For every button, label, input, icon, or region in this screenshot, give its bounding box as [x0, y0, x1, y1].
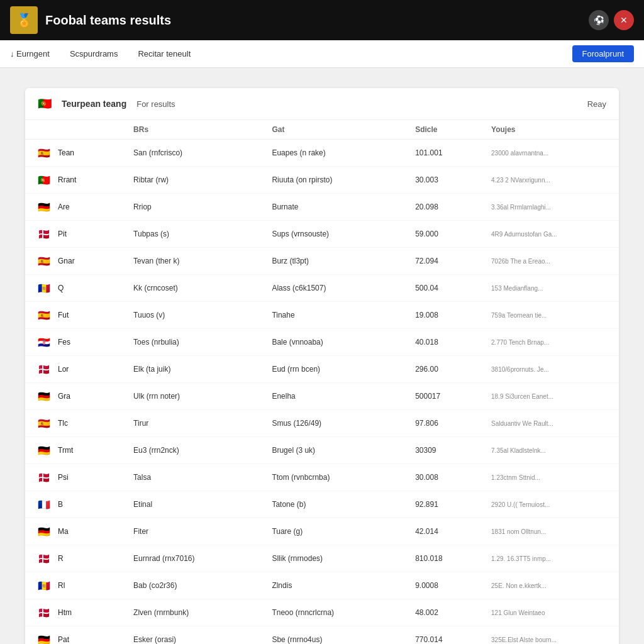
col5-cell: 3.36al Rrmlarnlaghi...: [481, 194, 619, 221]
col3-cell: Euapes (n rake): [262, 140, 405, 167]
col3-cell: Sups (vrnsouste): [262, 221, 405, 248]
main-content: 🇵🇹 Teurpean teang For results Reay BRs G…: [0, 68, 644, 644]
table-row: 🇵🇹 Rrant Ribtar (rw) Riuuta (on rpirsto)…: [25, 167, 619, 194]
team-name: Rrant: [58, 175, 76, 184]
table-row: 🇭🇷 Fes Toes (nrbulia) Bale (vnnoaba) 40.…: [25, 329, 619, 356]
team-flag-icon: 🇪🇸: [35, 306, 53, 324]
team-cell: 🇩🇰 Pit: [25, 221, 123, 248]
results-table: BRs Gat Sdicle Youjes 🇪🇸 Tean San (rnfcr…: [25, 120, 619, 644]
col4-cell: 92.891: [405, 491, 481, 518]
col-gat: Gat: [262, 120, 405, 140]
col4-cell: 20.098: [405, 194, 481, 221]
col4-cell: 42.014: [405, 518, 481, 545]
col2-cell: Tevan (ther k): [123, 248, 262, 275]
col5-cell: Salduantiv We Rault...: [481, 410, 619, 437]
col-team: [25, 120, 123, 140]
team-name: Psi: [58, 473, 69, 482]
col4-cell: 770.014: [405, 626, 481, 645]
col5-cell: 25E. Non e.kkertk...: [481, 572, 619, 599]
main-action-button[interactable]: Foroalprunt: [572, 45, 634, 62]
col4-cell: 72.094: [405, 248, 481, 275]
team-flag-icon: 🇪🇸: [35, 144, 53, 162]
team-name: Htm: [58, 608, 72, 617]
col3-cell: Sllik (rnrnodes): [262, 545, 405, 572]
navbar-left: ↓ Eurngent Scspurdrams Recitar teneult: [10, 47, 191, 61]
col5-cell: 2.770 Tench Brnap...: [481, 329, 619, 356]
col2-cell: Elk (ta juik): [123, 356, 262, 383]
team-cell: 🇭🇷 Fes: [25, 329, 123, 356]
table-row: 🇪🇸 Tlc Tirur Smus (126/49) 97.806 Saldua…: [25, 410, 619, 437]
team-cell: 🇩🇪 Pat: [25, 626, 123, 645]
team-cell: 🇩🇪 Gra: [25, 383, 123, 410]
table-row: 🇦🇩 Rl Bab (co2r36) Zlndis 9.0008 25E. No…: [25, 572, 619, 599]
col4-cell: 40.018: [405, 329, 481, 356]
team-cell: 🇩🇪 Ma: [25, 518, 123, 545]
col-sdicle: Sdicle: [405, 120, 481, 140]
team-flag-icon: 🇩🇰: [35, 604, 53, 621]
table-row: 🇩🇪 Are Rriop Burnate 20.098 3.36al Rrmla…: [25, 194, 619, 221]
table-row: 🇩🇪 Pat Esker (orasi) Sbe (rnrno4us) 770.…: [25, 626, 619, 645]
col4-cell: 500.04: [405, 275, 481, 302]
col2-cell: Toes (nrbulia): [123, 329, 262, 356]
card-header: 🇵🇹 Teurpean teang For results Reay: [25, 88, 619, 120]
team-flag-icon: 🇩🇪: [35, 441, 53, 459]
team-name: Are: [58, 203, 70, 211]
team-name: Trmt: [58, 446, 73, 455]
table-row: 🇦🇩 Q Kk (crncoset) Alass (c6k1507) 500.0…: [25, 275, 619, 302]
team-name: Rl: [58, 581, 65, 590]
table-row: 🇫🇷 B Etinal Tatone (b) 92.891 2920 U.(( …: [25, 491, 619, 518]
col3-cell: Zlndis: [262, 572, 405, 599]
col3-cell: Burnate: [262, 194, 405, 221]
profile-icon-button[interactable]: ⚽: [589, 10, 609, 30]
card-action[interactable]: Reay: [587, 99, 606, 109]
team-cell: 🇦🇩 Rl: [25, 572, 123, 599]
team-flag-icon: 🇩🇪: [35, 387, 53, 405]
col2-cell: Tuuos (v): [123, 302, 262, 329]
col5-cell: 325E.Elst Alste bourn...: [481, 626, 619, 645]
team-flag-icon: 🇩🇰: [35, 225, 53, 243]
col2-cell: Eu3 (rrn2nck): [123, 437, 262, 464]
col3-cell: Enelha: [262, 383, 405, 410]
col2-cell: Ulk (rrn noter): [123, 383, 262, 410]
col3-cell: Tatone (b): [262, 491, 405, 518]
card-subtitle: For results: [136, 99, 175, 109]
col3-cell: Burz (tl3pt): [262, 248, 405, 275]
team-name: Fes: [58, 338, 70, 347]
table-row: 🇩🇪 Trmt Eu3 (rrn2nck) Brugel (3 uk) 3030…: [25, 437, 619, 464]
col5-cell: 3810/6prornuts. Je...: [481, 356, 619, 383]
col4-cell: 30.003: [405, 167, 481, 194]
col5-cell: 153 Medianflang...: [481, 275, 619, 302]
team-name: Tlc: [58, 419, 68, 428]
col2-cell: Esker (orasi): [123, 626, 262, 645]
team-cell: 🇦🇩 Q: [25, 275, 123, 302]
header-left: 🏅 Foobal teams results: [10, 6, 171, 34]
col4-cell: 500017: [405, 383, 481, 410]
team-flag-icon: 🇩🇪: [35, 523, 53, 540]
col3-cell: Tneoo (rnncrlcrna): [262, 599, 405, 626]
team-name: B: [58, 500, 63, 509]
col5-cell: 18.9 Si3urcen Eanet...: [481, 383, 619, 410]
table-row: 🇩🇰 Lor Elk (ta juik) Eud (rrn bcen) 296.…: [25, 356, 619, 383]
team-cell: 🇪🇸 Tlc: [25, 410, 123, 437]
nav-item-scspurdrams[interactable]: Scspurdrams: [70, 47, 118, 61]
team-flag-icon: 🇫🇷: [35, 496, 53, 513]
col3-cell: Smus (126/49): [262, 410, 405, 437]
col3-cell: Ttom (rvnbcrnba): [262, 464, 405, 491]
table-row: 🇩🇰 Pit Tubpas (s) Sups (vrnsouste) 59.00…: [25, 221, 619, 248]
col4-cell: 810.018: [405, 545, 481, 572]
col4-cell: 30.008: [405, 464, 481, 491]
col4-cell: 59.000: [405, 221, 481, 248]
close-button[interactable]: ✕: [614, 10, 634, 30]
nav-item-eurngent[interactable]: ↓ Eurngent: [10, 47, 50, 61]
team-name: Pat: [58, 635, 69, 644]
col5-cell: 4R9 Adurnustofan Ga...: [481, 221, 619, 248]
team-name: Lor: [58, 365, 69, 374]
col4-cell: 48.002: [405, 599, 481, 626]
card-title: Teurpean teang: [62, 99, 126, 109]
col3-cell: Brugel (3 uk): [262, 437, 405, 464]
team-name: Gnar: [58, 257, 75, 265]
col5-cell: 7026b The a Ereao...: [481, 248, 619, 275]
nav-item-recitar[interactable]: Recitar teneult: [138, 47, 191, 61]
team-flag-icon: 🇩🇰: [35, 469, 53, 486]
team-flag-icon: 🇦🇩: [35, 279, 53, 297]
